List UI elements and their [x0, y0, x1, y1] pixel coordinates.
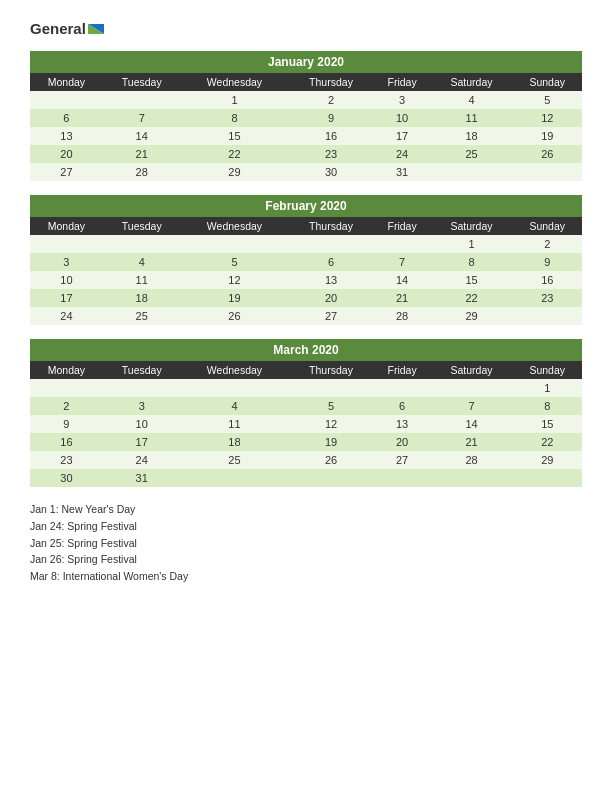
day-header: Thursday	[288, 73, 373, 91]
notes-container: Jan 1: New Year's DayJan 24: Spring Fest…	[30, 501, 582, 585]
calendar-cell: 5	[513, 91, 583, 109]
calendar-cell: 21	[431, 433, 513, 451]
calendar-cell: 11	[103, 271, 181, 289]
calendar-cell: 10	[30, 271, 103, 289]
calendar-cell: 17	[103, 433, 181, 451]
calendar-cell	[30, 379, 103, 397]
calendar-cell	[103, 379, 181, 397]
calendar-cell: 28	[103, 163, 181, 181]
day-header: Sunday	[513, 73, 583, 91]
day-header: Saturday	[431, 361, 513, 379]
calendar-cell: 9	[30, 415, 103, 433]
calendar-cell: 7	[374, 253, 431, 271]
calendar-cell: 15	[181, 127, 289, 145]
calendar-cell: 4	[103, 253, 181, 271]
day-header: Wednesday	[181, 361, 289, 379]
calendar-month-2: March 2020MondayTuesdayWednesdayThursday…	[30, 339, 582, 487]
calendar-cell: 27	[30, 163, 103, 181]
calendar-cell: 18	[431, 127, 513, 145]
calendar-cell: 8	[431, 253, 513, 271]
calendar-cell: 30	[30, 469, 103, 487]
calendar-cell: 4	[431, 91, 513, 109]
month-table-1: MondayTuesdayWednesdayThursdayFridaySatu…	[30, 217, 582, 325]
calendar-cell: 25	[103, 307, 181, 325]
calendar-cell: 20	[374, 433, 431, 451]
calendar-cell: 22	[181, 145, 289, 163]
calendar-cell: 25	[181, 451, 289, 469]
calendar-cell: 19	[513, 127, 583, 145]
calendar-cell: 10	[374, 109, 431, 127]
calendar-cell: 13	[30, 127, 103, 145]
day-header: Wednesday	[181, 217, 289, 235]
calendar-cell: 31	[374, 163, 431, 181]
day-header: Friday	[374, 361, 431, 379]
calendar-cell: 22	[431, 289, 513, 307]
calendar-cell	[513, 163, 583, 181]
calendar-cell: 13	[374, 415, 431, 433]
calendar-cell	[374, 469, 431, 487]
calendar-cell: 26	[288, 451, 373, 469]
day-header: Tuesday	[103, 217, 181, 235]
calendar-cell: 6	[374, 397, 431, 415]
calendar-cell: 11	[431, 109, 513, 127]
calendar-cell: 23	[513, 289, 583, 307]
calendar-cell: 12	[288, 415, 373, 433]
day-header: Wednesday	[181, 73, 289, 91]
calendar-cell: 11	[181, 415, 289, 433]
calendar-cell: 16	[30, 433, 103, 451]
calendar-cell	[513, 307, 583, 325]
calendar-cell: 6	[288, 253, 373, 271]
calendar-cell	[431, 379, 513, 397]
calendar-cell: 28	[431, 451, 513, 469]
calendar-cell: 1	[431, 235, 513, 253]
calendar-cell: 2	[513, 235, 583, 253]
day-header: Friday	[374, 217, 431, 235]
calendar-cell: 29	[431, 307, 513, 325]
calendar-cell: 12	[181, 271, 289, 289]
calendar-cell: 24	[374, 145, 431, 163]
day-header: Friday	[374, 73, 431, 91]
day-header: Monday	[30, 361, 103, 379]
calendar-cell: 14	[103, 127, 181, 145]
calendar-cell: 27	[374, 451, 431, 469]
calendar-cell: 3	[374, 91, 431, 109]
page-header: General	[30, 20, 582, 37]
calendar-cell: 30	[288, 163, 373, 181]
calendar-cell: 8	[181, 109, 289, 127]
calendar-cell: 3	[103, 397, 181, 415]
calendar-cell: 22	[513, 433, 583, 451]
calendar-cell: 28	[374, 307, 431, 325]
day-header: Sunday	[513, 361, 583, 379]
calendar-cell: 21	[374, 289, 431, 307]
calendar-cell: 19	[181, 289, 289, 307]
holiday-note: Jan 25: Spring Festival	[30, 535, 582, 552]
calendar-cell: 23	[288, 145, 373, 163]
calendar-cell: 2	[30, 397, 103, 415]
calendar-cell	[181, 469, 289, 487]
calendar-cell: 16	[288, 127, 373, 145]
day-header: Tuesday	[103, 73, 181, 91]
holiday-note: Mar 8: International Women's Day	[30, 568, 582, 585]
calendar-cell: 17	[374, 127, 431, 145]
calendar-cell: 14	[431, 415, 513, 433]
month-header-2: March 2020	[30, 339, 582, 361]
calendar-cell: 24	[103, 451, 181, 469]
calendar-cell	[30, 91, 103, 109]
calendar-cell: 6	[30, 109, 103, 127]
calendar-cell: 25	[431, 145, 513, 163]
calendar-cell: 15	[513, 415, 583, 433]
holiday-note: Jan 24: Spring Festival	[30, 518, 582, 535]
day-header: Saturday	[431, 73, 513, 91]
calendar-cell	[103, 91, 181, 109]
calendar-cell: 26	[513, 145, 583, 163]
calendar-cell: 15	[431, 271, 513, 289]
calendar-cell: 5	[288, 397, 373, 415]
month-header-0: January 2020	[30, 51, 582, 73]
calendar-cell: 20	[30, 145, 103, 163]
calendar-cell: 5	[181, 253, 289, 271]
calendar-cell	[288, 469, 373, 487]
calendars-container: January 2020MondayTuesdayWednesdayThursd…	[30, 51, 582, 487]
calendar-cell	[181, 379, 289, 397]
calendar-cell	[374, 235, 431, 253]
calendar-cell: 1	[513, 379, 583, 397]
